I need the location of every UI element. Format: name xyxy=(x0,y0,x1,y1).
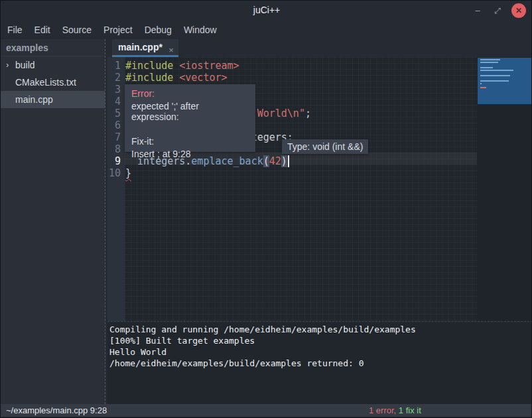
tab-bar: main.cpp* × xyxy=(107,39,532,57)
status-bar: ~/examples/main.cpp 9:28 1 error, 1 fix … xyxy=(1,404,532,417)
error-tooltip-title: Error: xyxy=(131,88,249,99)
close-button[interactable]: ✕ xyxy=(511,3,526,18)
code-line-2: #include <vector> xyxy=(125,72,311,84)
menu-bar: FileEditSourceProjectDebugWindow xyxy=(1,21,532,39)
minimize-button[interactable]: – xyxy=(470,3,485,18)
tab-close-icon[interactable]: × xyxy=(168,42,174,58)
title-bar[interactable]: juCi++ – ⤢ ✕ xyxy=(1,1,532,21)
line-number-gutter: 12345678910 xyxy=(107,57,125,321)
menu-item-window[interactable]: Window xyxy=(182,23,219,36)
tree-item-label: CMakeLists.txt xyxy=(15,74,76,91)
error-tooltip: Error: expected ';' after expression: Fi… xyxy=(125,84,255,152)
menu-item-file[interactable]: File xyxy=(5,23,25,36)
menu-item-debug[interactable]: Debug xyxy=(143,23,174,36)
menu-item-edit[interactable]: Edit xyxy=(33,23,52,36)
tree-item-build[interactable]: ›build xyxy=(1,56,105,74)
menu-item-source[interactable]: Source xyxy=(60,23,94,36)
code-line-1: #include <iostream> xyxy=(125,60,311,72)
minimap[interactable] xyxy=(478,58,532,104)
project-name: examples xyxy=(1,39,105,56)
tab-main-cpp[interactable]: main.cpp* × xyxy=(112,39,178,57)
chevron-right-icon[interactable]: › xyxy=(6,56,9,74)
window-title: juCi++ xyxy=(1,5,532,15)
file-tree-panel: examples ›buildCMakeLists.txtmain.cpp xyxy=(1,39,105,404)
maximize-button[interactable]: ⤢ xyxy=(490,3,505,18)
menu-item-project[interactable]: Project xyxy=(101,23,135,36)
minimap-error-mark xyxy=(480,87,486,88)
fixit-label: Fix-it: xyxy=(131,136,249,147)
tree-item-main-cpp[interactable]: main.cpp xyxy=(1,91,105,108)
type-tooltip: Type: void (int &&) xyxy=(282,139,368,154)
fixit-action: Insert ; at 9:28 xyxy=(131,149,249,159)
fixit-count: 1 fix it xyxy=(399,405,421,415)
juci-window: juCi++ – ⤢ ✕ FileEditSourceProjectDebugW… xyxy=(0,0,532,418)
minimap-column xyxy=(477,57,532,321)
code-line-10: } xyxy=(125,167,311,179)
build-output-terminal[interactable]: Compiling and running /home/eidheim/exam… xyxy=(107,322,532,404)
tree-item-label: main.cpp xyxy=(15,91,53,108)
text-cursor xyxy=(288,155,289,167)
status-diagnostics: 1 error, 1 fix it xyxy=(369,404,421,417)
tab-label: main.cpp* xyxy=(118,42,163,52)
error-tooltip-message: expected ';' after expression: xyxy=(131,101,249,122)
tree-item-cmakelists-txt[interactable]: CMakeLists.txt xyxy=(1,74,105,91)
status-file-location: ~/examples/main.cpp 9:28 xyxy=(6,404,107,417)
tree-item-label: build xyxy=(15,56,35,74)
error-count: 1 error, xyxy=(369,405,396,415)
